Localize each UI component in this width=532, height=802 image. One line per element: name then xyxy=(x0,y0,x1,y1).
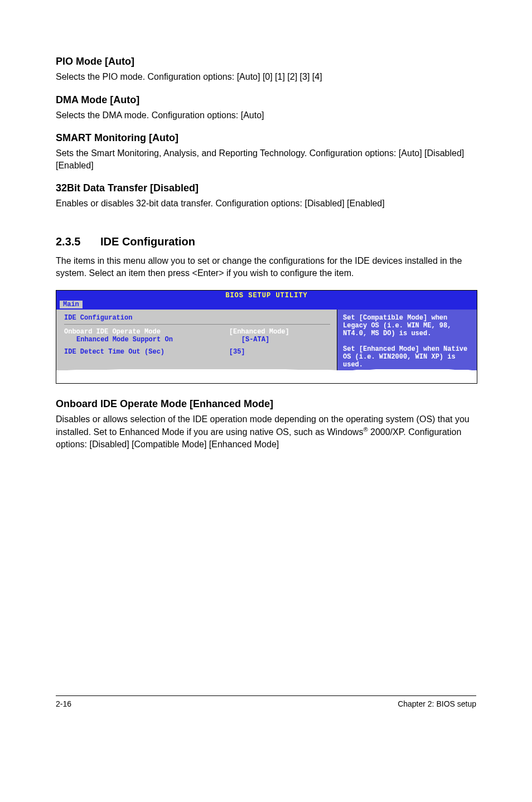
bios-left-panel: IDE Configuration Onboard IDE Operate Mo… xyxy=(56,310,337,373)
smart-heading: SMART Monitoring [Auto] xyxy=(56,132,476,144)
footer-chapter: Chapter 2: BIOS setup xyxy=(398,699,476,708)
bios-tab-main: Main xyxy=(60,301,83,308)
bios-tabbar: Main xyxy=(56,301,477,310)
bit32-body: Enables or disables 32-bit data transfer… xyxy=(56,197,476,210)
pio-body: Selects the PIO mode. Configuration opti… xyxy=(56,71,476,83)
bios-screenshot: BIOS SETUP UTILITY Main IDE Configuratio… xyxy=(56,290,477,384)
bios-row-label: IDE Detect Time Out (Sec) xyxy=(64,348,229,356)
bios-subtitle: IDE Configuration xyxy=(64,314,330,325)
footer-page-number: 2-16 xyxy=(56,699,71,708)
bios-row-label: Enhanced Mode Support On xyxy=(64,336,241,344)
ide-config-intro: The items in this menu allow you to set … xyxy=(56,255,476,279)
pio-heading: PIO Mode [Auto] xyxy=(56,56,476,67)
bios-help-panel: Set [Compatible Mode] when Legacy OS (i.… xyxy=(337,310,477,373)
bit32-heading: 32Bit Data Transfer [Disabled] xyxy=(56,182,476,194)
registered-symbol: ® xyxy=(363,426,367,433)
dma-body: Selects the DMA mode. Configuration opti… xyxy=(56,109,476,122)
bios-row-enhanced-support: Enhanced Mode Support On [S-ATA] xyxy=(64,336,330,344)
section-title: IDE Configuration xyxy=(100,235,195,248)
bios-row-detect-timeout: IDE Detect Time Out (Sec) [35] xyxy=(64,348,330,356)
onboard-body: Disables or allows selection of the IDE … xyxy=(56,413,476,450)
bios-header: BIOS SETUP UTILITY xyxy=(56,291,477,301)
bios-row-value: [S-ATA] xyxy=(241,336,269,344)
bios-row-value: [35] xyxy=(229,348,245,356)
smart-body: Sets the Smart Monitoring, Analysis, and… xyxy=(56,147,476,171)
section-heading-ide-config: 2.3.5IDE Configuration xyxy=(56,235,476,248)
section-number: 2.3.5 xyxy=(56,235,100,248)
page-footer: 2-16 Chapter 2: BIOS setup xyxy=(56,695,476,708)
bios-row-onboard-mode: Onboard IDE Operate Mode [Enhanced Mode] xyxy=(64,328,330,336)
dma-heading: DMA Mode [Auto] xyxy=(56,94,476,106)
bios-row-label: Onboard IDE Operate Mode xyxy=(64,328,229,336)
onboard-heading: Onboard IDE Operate Mode [Enhanced Mode] xyxy=(56,398,476,410)
bios-row-value: [Enhanced Mode] xyxy=(229,328,289,336)
